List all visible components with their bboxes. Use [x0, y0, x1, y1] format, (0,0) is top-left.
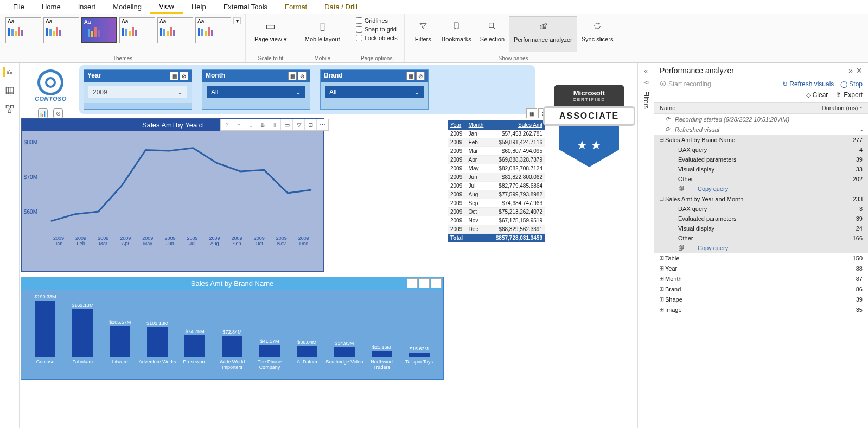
sync-slicers-button[interactable]: Sync slicers [577, 16, 618, 52]
expand-pane-icon[interactable]: » [848, 66, 853, 75]
spotlight-icon[interactable]: ⊡ [304, 119, 316, 130]
menu-insert[interactable]: Insert [69, 1, 105, 13]
theme-thumb-1[interactable]: Aa [5, 17, 41, 43]
slicer-chart-icon[interactable]: ▦ [288, 72, 297, 80]
table-row[interactable]: 2009Sep$74,684,747.963 [448, 199, 545, 208]
report-canvas[interactable]: CONTOSO 📊 ⊘ Year ▦⊘ 2009⌄ Month ▦⊘ All⌄ … [20, 63, 637, 428]
logo-chart-icon[interactable]: 📊 [38, 108, 48, 118]
menu-format[interactable]: Format [276, 1, 316, 13]
menu-data-drill[interactable]: Data / Drill [316, 1, 366, 13]
perf-visual-row[interactable]: ⊟Sales Amt by Brand Name277 [654, 135, 868, 145]
table-row[interactable]: 2009Nov$67,175,159.9519 [448, 216, 545, 225]
expand-toggle-icon[interactable]: ⊟ [658, 136, 665, 143]
help-icon[interactable]: ? [221, 119, 233, 130]
bookmarks-pane-button[interactable]: Bookmarks [437, 16, 476, 52]
slicer-month[interactable]: Month ▦⊘ All⌄ [202, 69, 310, 110]
expand-toggle-icon[interactable]: ⊞ [658, 306, 665, 313]
menu-file[interactable]: File [4, 1, 33, 13]
clear-button[interactable]: ◇Clear [806, 91, 828, 99]
expand-toggle-icon[interactable]: ⊞ [658, 265, 665, 272]
month-dropdown[interactable]: All⌄ [207, 86, 305, 98]
lock-checkbox[interactable]: Lock objects [356, 35, 398, 41]
menu-modeling[interactable]: Modeling [104, 1, 150, 13]
theme-thumb-4[interactable]: Aa [119, 17, 155, 43]
stop-button[interactable]: ◯Stop [840, 80, 863, 88]
filters-pane-button[interactable]: Filters [409, 16, 437, 52]
filters-pane-collapsed[interactable]: « ◅ Filters [637, 63, 654, 428]
perf-visual-row[interactable]: ⊞Year88 [654, 263, 868, 273]
slicer-chart-icon[interactable]: ▦ [406, 72, 415, 80]
more-icon[interactable]: ⋯ [316, 119, 328, 130]
line-chart-visual[interactable]: Sales Amt by Yea d ? ↑ ↓ ⇊ ⫴ ▭ ▽ ⊡ ⋯ $80… [21, 118, 324, 272]
theme-thumb-5[interactable]: Aa [157, 17, 193, 43]
slicer-year[interactable]: Year ▦⊘ 2009⌄ [84, 69, 192, 110]
expand-toggle-icon[interactable]: ⊞ [658, 296, 665, 303]
theme-thumb-6[interactable]: Aa [195, 17, 231, 43]
page-view-button[interactable]: ▭ Page view ▾ [250, 16, 291, 52]
slicer-clear-icon[interactable]: ⊘ [416, 72, 425, 80]
bar-chart-icon[interactable]: ▦ [419, 278, 430, 288]
menu-view[interactable]: View [150, 0, 183, 14]
export-button[interactable]: 🗎Export [835, 91, 863, 99]
table-row[interactable]: 2009May$82,082,708.7124 [448, 164, 545, 173]
data-table-visual[interactable]: ▦ ⊘ Year Month Sales Amt 2009Jan$57,453,… [448, 120, 545, 242]
selection-pane-button[interactable]: Selection [476, 16, 509, 52]
model-view-icon[interactable] [5, 104, 15, 114]
menu-home[interactable]: Home [33, 1, 69, 13]
theme-more-dropdown[interactable]: ▾ [233, 17, 241, 24]
focus-icon[interactable]: ▭ [280, 119, 292, 130]
slicer-clear-icon[interactable]: ⊘ [298, 72, 307, 80]
table-row[interactable]: 2009Mar$60,807,494.095 [448, 147, 545, 156]
theme-thumb-2[interactable]: Aa [43, 17, 79, 43]
close-pane-icon[interactable]: ✕ [856, 66, 863, 75]
expand-toggle-icon[interactable]: ⊞ [658, 254, 665, 261]
table-chart-icon[interactable]: ▦ [526, 108, 537, 118]
table-row[interactable]: 2009Oct$75,213,262.4072 [448, 208, 545, 216]
perf-visual-row[interactable]: ⊞Table150 [654, 253, 868, 263]
hierarchy-icon[interactable]: ⫴ [269, 119, 280, 130]
bar-hierarchy-icon[interactable]: ▦ [407, 278, 418, 288]
col-duration[interactable]: Duration (ms) ↑ [822, 105, 863, 111]
snap-checkbox[interactable]: Snap to grid [356, 26, 398, 33]
table-row[interactable]: 2009Apr$69,888,328.7379 [448, 156, 545, 164]
year-dropdown[interactable]: 2009⌄ [88, 86, 187, 98]
refresh-visuals-button[interactable]: ↻Refresh visuals [782, 80, 834, 88]
perf-visual-row[interactable]: ⊞Brand86 [654, 284, 868, 294]
menu-external-tools[interactable]: External Tools [215, 1, 276, 13]
perf-visual-row[interactable]: ⊞Month87 [654, 273, 868, 284]
brand-dropdown[interactable]: All⌄ [325, 86, 424, 98]
perf-visual-row[interactable]: ⊟Sales Amt by Year and Month233 [654, 194, 868, 204]
table-row[interactable]: 2009Jan$57,453,262.781 [448, 130, 545, 138]
start-recording-button[interactable]: ⦿Start recording [660, 80, 711, 88]
drilldown-icon[interactable]: ↓ [245, 119, 257, 130]
slicer-clear-icon[interactable]: ⊘ [180, 72, 188, 80]
bar-chart-visual[interactable]: Sales Amt by Brand Name ▦ ▦ ⊘ $190.38MCo… [21, 277, 444, 380]
menu-help[interactable]: Help [183, 1, 215, 13]
performance-analyzer-button[interactable]: Performance analyzer [509, 16, 577, 52]
copy-query-link[interactable]: 🗐Copy query [654, 184, 868, 194]
expand-filters-icon[interactable]: « [644, 67, 648, 75]
logo-clear-icon[interactable]: ⊘ [53, 108, 63, 118]
table-row[interactable]: 2009Feb$59,891,424.7116 [448, 138, 545, 147]
slicer-brand[interactable]: Brand ▦⊘ All⌄ [320, 69, 429, 110]
filter-icon[interactable]: ▽ [292, 119, 304, 130]
bar-clear-icon[interactable]: ⊘ [431, 278, 442, 288]
table-row[interactable]: 2009Aug$77,599,793.8982 [448, 190, 545, 199]
table-row[interactable]: 2009Jun$81,822,800.062 [448, 173, 545, 182]
mobile-layout-button[interactable]: ▯ Mobile layout [301, 16, 344, 52]
slicer-chart-icon[interactable]: ▦ [170, 72, 178, 80]
expand-toggle-icon[interactable]: ⊞ [658, 285, 665, 292]
data-view-icon[interactable] [5, 86, 15, 95]
copy-query-link[interactable]: 🗐Copy query [654, 243, 868, 253]
expand-icon[interactable]: ⇊ [257, 119, 269, 130]
theme-thumb-3[interactable]: Aa [81, 17, 117, 43]
drillup-icon[interactable]: ↑ [233, 119, 245, 130]
gridlines-checkbox[interactable]: Gridlines [356, 17, 398, 24]
expand-toggle-icon[interactable]: ⊟ [658, 195, 665, 202]
table-row[interactable]: 2009Jul$82,779,485.6864 [448, 182, 545, 190]
expand-toggle-icon[interactable]: ⊞ [658, 275, 665, 282]
perf-visual-row[interactable]: ⊞Image35 [654, 304, 868, 315]
col-name[interactable]: Name [660, 105, 822, 111]
table-row[interactable]: 2009Dec$68,329,562.3391 [448, 225, 545, 234]
report-view-icon[interactable] [3, 67, 13, 77]
